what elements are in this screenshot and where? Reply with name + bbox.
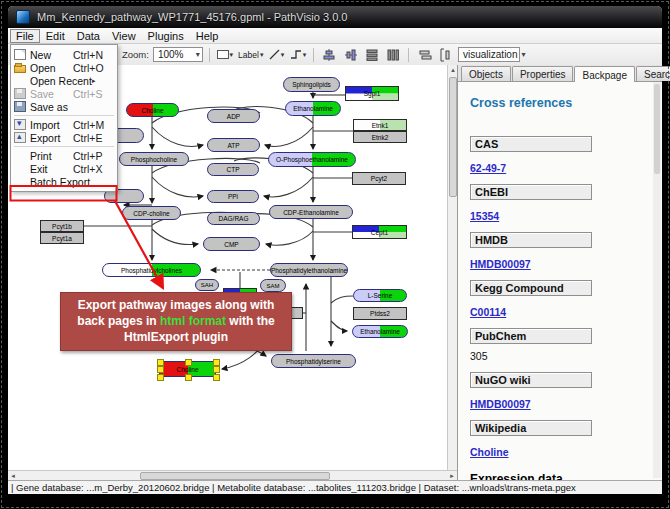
selection-handle[interactable] (157, 366, 164, 373)
pathway-node-choline[interactable]: Choline (159, 361, 216, 377)
scrollbar-thumb[interactable] (140, 472, 330, 480)
pathway-node-cmp[interactable]: CMP (203, 237, 260, 251)
pathway-node-phosphatidylserine[interactable]: Phosphatidylserine (271, 354, 356, 368)
distribute-vertical-button[interactable] (384, 46, 402, 63)
pathway-node-sam[interactable]: SAM (260, 279, 286, 292)
file-menu-item-open[interactable]: OpenCtrl+O (11, 61, 117, 74)
canvas-vertical-scrollbar[interactable]: ▴ ▾ (447, 65, 457, 476)
pathway-node-l-serine[interactable]: L-Serine (353, 289, 407, 302)
scroll-up-icon[interactable]: ▴ (448, 65, 458, 74)
title-bar[interactable]: Mm_Kennedy_pathway_WP1771_45176.gpml - P… (8, 6, 662, 28)
pathway-node-pcyt2[interactable]: Pcyt2 (352, 172, 406, 185)
menubar-item-edit[interactable]: Edit (40, 29, 71, 43)
file-menu-item-new[interactable]: NewCtrl+N (11, 48, 117, 61)
pathway-node-ethanolamine[interactable]: Ethanolamine (285, 101, 341, 116)
pathway-node-etnk2[interactable]: Etnk2 (353, 131, 407, 143)
pathway-node-ppi[interactable]: PPi (207, 190, 259, 203)
panel-scrollbar[interactable] (653, 82, 661, 478)
canvas-horizontal-scrollbar[interactable]: ◂ ▸ (8, 470, 457, 480)
pathway-node-pcyt1b[interactable]: Pcyt1b (40, 220, 84, 232)
selection-handle[interactable] (185, 359, 192, 366)
backpage-section-pubchem: PubChem305 (470, 328, 662, 362)
pathway-node-choline[interactable]: Choline (126, 103, 179, 117)
zoom-combobox[interactable]: 100% ▾ (153, 47, 203, 62)
menubar-item-view[interactable]: View (106, 29, 142, 43)
selection-handle[interactable] (157, 374, 164, 381)
datanode-tool-button[interactable]: ▾ (216, 46, 235, 63)
selection-handle[interactable] (213, 359, 220, 366)
tab-properties[interactable]: Properties (512, 66, 574, 81)
pathway-node-ethanolamine[interactable]: Ethanolamine (352, 325, 408, 338)
pathway-node-dag-rag[interactable]: DAG/RAG (207, 212, 260, 225)
pathway-node-phosphatidylcholines[interactable]: Phosphatidylcholines (102, 263, 201, 277)
pathway-node-cdp-ethanolamine[interactable]: CDP-Ethanolamine (269, 205, 353, 219)
selection-handle[interactable] (185, 374, 192, 381)
pathway-node-sphingolipids[interactable]: Sphingolipids (283, 77, 340, 92)
pathway-node-ctp[interactable]: CTP (207, 163, 259, 176)
file-menu-item-open-recent[interactable]: Open Recent▸ (11, 74, 117, 87)
align-center-button[interactable] (320, 46, 338, 63)
menubar-item-file[interactable]: File (10, 29, 40, 43)
scroll-right-icon[interactable]: ▸ (447, 471, 457, 480)
menubar-item-data[interactable]: Data (71, 29, 106, 43)
section-value[interactable]: 15354 (470, 210, 499, 222)
visualization-combobox[interactable]: visualization ▾ (458, 47, 520, 62)
section-value[interactable]: 62-49-7 (470, 162, 506, 174)
toolbar-separator (313, 48, 314, 62)
stack-horizontal-button[interactable] (437, 46, 455, 63)
scroll-left-icon[interactable]: ◂ (8, 471, 18, 480)
node-label: Etnk1 (372, 122, 389, 129)
section-value[interactable]: HMDB00097 (470, 398, 531, 410)
align-middle-button[interactable] (342, 46, 360, 63)
pathway-node-ptdss2[interactable]: Ptdss2 (353, 307, 407, 320)
selection-handle[interactable] (213, 374, 220, 381)
file-menu-item-import[interactable]: ImportCtrl+M (11, 118, 117, 131)
cross-references-heading: Cross references (470, 96, 662, 110)
pathway-node-phosphatidylethanolamine[interactable]: Phosphatidylethanolamine (270, 263, 348, 277)
stack-vertical-button[interactable] (415, 46, 433, 63)
file-menu-item-print[interactable]: PrintCtrl+P (11, 149, 117, 162)
backpage-section-kegg-compound: Kegg CompoundC00114 (470, 280, 662, 328)
menubar-item-plugins[interactable]: Plugins (142, 29, 190, 43)
node-label: CDP-choline (133, 210, 170, 217)
import-icon (14, 119, 26, 130)
label-tool-button[interactable]: Label ▾ (237, 46, 264, 63)
tab-backpage[interactable]: Backpage (574, 66, 634, 82)
pathway-node-cdp-choline[interactable]: CDP-choline (122, 206, 181, 220)
section-value[interactable]: C00114 (470, 306, 506, 318)
node-label: CMP (224, 241, 238, 248)
tab-objects[interactable]: Objects (461, 66, 511, 81)
pathway-node-atp[interactable]: ATP (207, 138, 260, 152)
menu-item-shortcut: Ctrl+O (73, 62, 113, 74)
pathway-node-o-phosphoethanolamine[interactable]: O-Phosphoethanolamine (268, 152, 356, 167)
file-menu-item-export[interactable]: ExportCtrl+E (11, 131, 117, 144)
distribute-horizontal-button[interactable] (363, 46, 381, 63)
pathway-node-sgpl1[interactable]: Sgpl1 (345, 86, 399, 101)
selection-handle[interactable] (157, 359, 164, 366)
menu-bar: FileEditDataViewPluginsHelp (8, 28, 662, 44)
menubar-item-help[interactable]: Help (190, 29, 225, 43)
tab-search[interactable]: Search (636, 66, 670, 81)
file-menu-item-batch-export[interactable]: Batch Export (11, 175, 117, 188)
pathway-node-adp[interactable]: ADP (207, 109, 260, 123)
backpage-section-chebi: ChEBI15354 (470, 184, 662, 232)
pathway-node-sah[interactable]: SAH (195, 279, 219, 291)
selection-handle[interactable] (213, 366, 220, 373)
line-tool-button[interactable]: ▾ (267, 46, 285, 63)
pathway-node-etnk1[interactable]: Etnk1 (353, 119, 407, 131)
pathway-node-pcyt1a[interactable]: Pcyt1a (40, 232, 84, 244)
scrollbar-thumb[interactable] (654, 84, 660, 174)
node-label: SAM (266, 283, 279, 289)
section-header: CAS (470, 136, 592, 152)
file-menu-item-save[interactable]: SaveCtrl+S (11, 87, 117, 100)
file-menu-item-save-as[interactable]: Save as (11, 100, 117, 113)
pathway-node-cept1[interactable]: Cept1 (352, 225, 407, 239)
backpage-section-hmdb: HMDBHMDB00097 (470, 232, 662, 280)
scrollbar-thumb[interactable] (449, 77, 457, 197)
section-value[interactable]: Choline (470, 446, 509, 458)
pathway-node-phosphocholine[interactable]: Phosphocholine (119, 152, 189, 166)
connector-tool-button[interactable]: ▾ (289, 46, 308, 63)
section-value[interactable]: HMDB00097 (470, 258, 531, 270)
menu-icon-placeholder (14, 150, 26, 161)
file-menu-item-exit[interactable]: ExitCtrl+X (11, 162, 117, 175)
